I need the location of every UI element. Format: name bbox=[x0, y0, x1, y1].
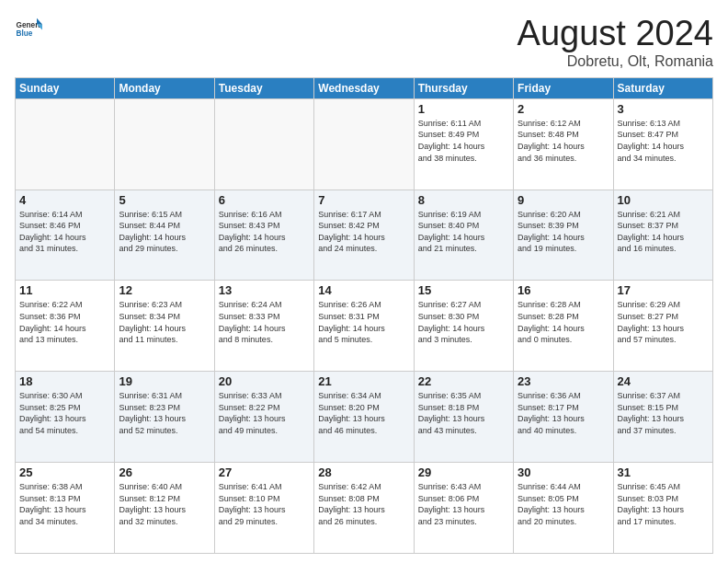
day-info: Sunrise: 6:22 AM Sunset: 8:36 PM Dayligh… bbox=[19, 299, 110, 345]
day-info: Sunrise: 6:28 AM Sunset: 8:28 PM Dayligh… bbox=[518, 299, 609, 345]
day-info: Sunrise: 6:30 AM Sunset: 8:25 PM Dayligh… bbox=[19, 390, 110, 436]
day-number: 24 bbox=[618, 374, 709, 388]
day-info: Sunrise: 6:23 AM Sunset: 8:34 PM Dayligh… bbox=[119, 299, 210, 345]
day-number: 29 bbox=[418, 465, 509, 479]
day-number: 16 bbox=[518, 283, 609, 297]
weekday-header-row: Sunday Monday Tuesday Wednesday Thursday… bbox=[16, 77, 713, 98]
svg-text:Blue: Blue bbox=[17, 29, 33, 38]
day-info: Sunrise: 6:20 AM Sunset: 8:39 PM Dayligh… bbox=[518, 209, 609, 255]
calendar-cell: 13Sunrise: 6:24 AM Sunset: 8:33 PM Dayli… bbox=[214, 281, 313, 372]
day-number: 20 bbox=[219, 374, 310, 388]
day-number: 6 bbox=[219, 193, 310, 207]
day-info: Sunrise: 6:24 AM Sunset: 8:33 PM Dayligh… bbox=[219, 299, 310, 345]
day-number: 21 bbox=[318, 374, 409, 388]
week-row-3: 11Sunrise: 6:22 AM Sunset: 8:36 PM Dayli… bbox=[16, 281, 713, 372]
calendar-cell: 25Sunrise: 6:38 AM Sunset: 8:13 PM Dayli… bbox=[16, 463, 115, 554]
day-number: 23 bbox=[518, 374, 609, 388]
day-info: Sunrise: 6:13 AM Sunset: 8:47 PM Dayligh… bbox=[618, 118, 709, 164]
calendar-cell: 30Sunrise: 6:44 AM Sunset: 8:05 PM Dayli… bbox=[514, 463, 613, 554]
logo-icon: General Blue bbox=[15, 15, 42, 42]
day-number: 25 bbox=[19, 465, 110, 479]
header-sunday: Sunday bbox=[16, 77, 115, 98]
calendar-cell: 24Sunrise: 6:37 AM Sunset: 8:15 PM Dayli… bbox=[613, 372, 712, 463]
calendar-table: Sunday Monday Tuesday Wednesday Thursday… bbox=[15, 77, 713, 554]
day-info: Sunrise: 6:44 AM Sunset: 8:05 PM Dayligh… bbox=[518, 481, 609, 527]
day-info: Sunrise: 6:29 AM Sunset: 8:27 PM Dayligh… bbox=[618, 299, 709, 345]
day-info: Sunrise: 6:12 AM Sunset: 8:48 PM Dayligh… bbox=[518, 118, 609, 164]
calendar-cell bbox=[214, 98, 313, 190]
week-row-4: 18Sunrise: 6:30 AM Sunset: 8:25 PM Dayli… bbox=[16, 372, 713, 463]
day-number: 18 bbox=[19, 374, 110, 388]
calendar-cell: 3Sunrise: 6:13 AM Sunset: 8:47 PM Daylig… bbox=[613, 98, 712, 190]
day-info: Sunrise: 6:41 AM Sunset: 8:10 PM Dayligh… bbox=[219, 481, 310, 527]
day-number: 17 bbox=[618, 283, 709, 297]
calendar-cell: 28Sunrise: 6:42 AM Sunset: 8:08 PM Dayli… bbox=[314, 463, 414, 554]
calendar-cell: 16Sunrise: 6:28 AM Sunset: 8:28 PM Dayli… bbox=[514, 281, 613, 372]
day-info: Sunrise: 6:17 AM Sunset: 8:42 PM Dayligh… bbox=[318, 209, 409, 255]
day-info: Sunrise: 6:14 AM Sunset: 8:46 PM Dayligh… bbox=[19, 209, 110, 255]
day-info: Sunrise: 6:34 AM Sunset: 8:20 PM Dayligh… bbox=[318, 390, 409, 436]
day-number: 3 bbox=[618, 102, 709, 116]
day-info: Sunrise: 6:35 AM Sunset: 8:18 PM Dayligh… bbox=[418, 390, 509, 436]
week-row-1: 1Sunrise: 6:11 AM Sunset: 8:49 PM Daylig… bbox=[16, 98, 713, 190]
calendar-cell: 17Sunrise: 6:29 AM Sunset: 8:27 PM Dayli… bbox=[613, 281, 712, 372]
calendar-cell: 15Sunrise: 6:27 AM Sunset: 8:30 PM Dayli… bbox=[414, 281, 513, 372]
calendar-cell: 1Sunrise: 6:11 AM Sunset: 8:49 PM Daylig… bbox=[414, 98, 513, 190]
day-info: Sunrise: 6:31 AM Sunset: 8:23 PM Dayligh… bbox=[119, 390, 210, 436]
calendar-cell: 12Sunrise: 6:23 AM Sunset: 8:34 PM Dayli… bbox=[115, 281, 214, 372]
title-block: August 2024 Dobretu, Olt, Romania bbox=[518, 15, 713, 70]
calendar-cell: 23Sunrise: 6:36 AM Sunset: 8:17 PM Dayli… bbox=[514, 372, 613, 463]
day-number: 11 bbox=[19, 283, 110, 297]
calendar-cell: 20Sunrise: 6:33 AM Sunset: 8:22 PM Dayli… bbox=[214, 372, 313, 463]
calendar-cell: 22Sunrise: 6:35 AM Sunset: 8:18 PM Dayli… bbox=[414, 372, 513, 463]
calendar-cell: 2Sunrise: 6:12 AM Sunset: 8:48 PM Daylig… bbox=[514, 98, 613, 190]
week-row-2: 4Sunrise: 6:14 AM Sunset: 8:46 PM Daylig… bbox=[16, 190, 713, 281]
day-number: 13 bbox=[219, 283, 310, 297]
day-info: Sunrise: 6:42 AM Sunset: 8:08 PM Dayligh… bbox=[318, 481, 409, 527]
calendar-cell: 26Sunrise: 6:40 AM Sunset: 8:12 PM Dayli… bbox=[115, 463, 214, 554]
calendar-cell bbox=[314, 98, 414, 190]
calendar-cell: 21Sunrise: 6:34 AM Sunset: 8:20 PM Dayli… bbox=[314, 372, 414, 463]
day-number: 12 bbox=[119, 283, 210, 297]
day-number: 9 bbox=[518, 193, 609, 207]
day-number: 28 bbox=[318, 465, 409, 479]
calendar-cell: 9Sunrise: 6:20 AM Sunset: 8:39 PM Daylig… bbox=[514, 190, 613, 281]
week-row-5: 25Sunrise: 6:38 AM Sunset: 8:13 PM Dayli… bbox=[16, 463, 713, 554]
day-info: Sunrise: 6:45 AM Sunset: 8:03 PM Dayligh… bbox=[618, 481, 709, 527]
calendar-page: General Blue August 2024 Dobretu, Olt, R… bbox=[0, 0, 728, 563]
day-info: Sunrise: 6:21 AM Sunset: 8:37 PM Dayligh… bbox=[618, 209, 709, 255]
calendar-cell: 18Sunrise: 6:30 AM Sunset: 8:25 PM Dayli… bbox=[16, 372, 115, 463]
header-friday: Friday bbox=[514, 77, 613, 98]
day-number: 19 bbox=[119, 374, 210, 388]
month-title: August 2024 bbox=[518, 15, 713, 53]
calendar-cell: 8Sunrise: 6:19 AM Sunset: 8:40 PM Daylig… bbox=[414, 190, 513, 281]
day-info: Sunrise: 6:40 AM Sunset: 8:12 PM Dayligh… bbox=[119, 481, 210, 527]
header-saturday: Saturday bbox=[613, 77, 712, 98]
day-number: 4 bbox=[19, 193, 110, 207]
day-number: 1 bbox=[418, 102, 509, 116]
calendar-cell: 19Sunrise: 6:31 AM Sunset: 8:23 PM Dayli… bbox=[115, 372, 214, 463]
day-info: Sunrise: 6:38 AM Sunset: 8:13 PM Dayligh… bbox=[19, 481, 110, 527]
day-info: Sunrise: 6:43 AM Sunset: 8:06 PM Dayligh… bbox=[418, 481, 509, 527]
calendar-cell: 6Sunrise: 6:16 AM Sunset: 8:43 PM Daylig… bbox=[214, 190, 313, 281]
day-number: 8 bbox=[418, 193, 509, 207]
day-info: Sunrise: 6:33 AM Sunset: 8:22 PM Dayligh… bbox=[219, 390, 310, 436]
calendar-cell: 10Sunrise: 6:21 AM Sunset: 8:37 PM Dayli… bbox=[613, 190, 712, 281]
day-number: 22 bbox=[418, 374, 509, 388]
location: Dobretu, Olt, Romania bbox=[518, 53, 713, 70]
day-number: 15 bbox=[418, 283, 509, 297]
day-info: Sunrise: 6:19 AM Sunset: 8:40 PM Dayligh… bbox=[418, 209, 509, 255]
day-number: 10 bbox=[618, 193, 709, 207]
calendar-cell bbox=[115, 98, 214, 190]
header-wednesday: Wednesday bbox=[314, 77, 414, 98]
day-number: 30 bbox=[518, 465, 609, 479]
calendar-cell: 14Sunrise: 6:26 AM Sunset: 8:31 PM Dayli… bbox=[314, 281, 414, 372]
header-monday: Monday bbox=[115, 77, 214, 98]
calendar-cell: 5Sunrise: 6:15 AM Sunset: 8:44 PM Daylig… bbox=[115, 190, 214, 281]
day-info: Sunrise: 6:15 AM Sunset: 8:44 PM Dayligh… bbox=[119, 209, 210, 255]
day-number: 5 bbox=[119, 193, 210, 207]
day-number: 2 bbox=[518, 102, 609, 116]
calendar-cell: 4Sunrise: 6:14 AM Sunset: 8:46 PM Daylig… bbox=[16, 190, 115, 281]
day-info: Sunrise: 6:26 AM Sunset: 8:31 PM Dayligh… bbox=[318, 299, 409, 345]
header: General Blue August 2024 Dobretu, Olt, R… bbox=[15, 15, 713, 70]
